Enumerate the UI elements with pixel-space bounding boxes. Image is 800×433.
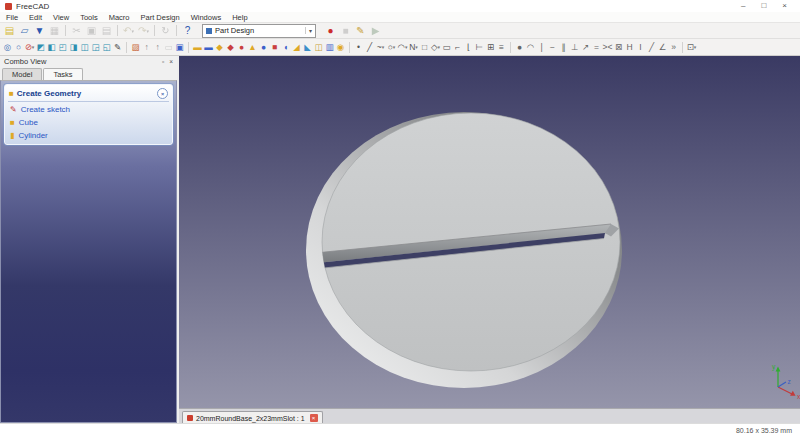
additive-sphere-icon[interactable]: ● bbox=[236, 41, 247, 54]
sketch-rectangle-icon[interactable]: □ bbox=[419, 41, 430, 54]
create-sketch-pen-icon[interactable]: ✎ bbox=[112, 41, 123, 54]
slotted-disc-model[interactable] bbox=[306, 112, 622, 388]
view-bottom-icon[interactable]: ◲ bbox=[90, 41, 101, 54]
constraint-horizontal-distance-icon[interactable]: H bbox=[624, 41, 635, 54]
dropdown-arrow-icon[interactable]: ▾ bbox=[438, 44, 441, 50]
menu-file[interactable]: File bbox=[6, 13, 18, 22]
dropdown-arrow-icon[interactable]: ▾ bbox=[146, 28, 149, 34]
appearance-icon[interactable]: ▨ bbox=[130, 41, 141, 54]
fit-selection-icon[interactable]: ○ bbox=[13, 41, 24, 54]
menu-help[interactable]: Help bbox=[232, 13, 247, 22]
constraint-vertical-distance-icon[interactable]: I bbox=[635, 41, 646, 54]
dropdown-arrow-icon[interactable]: ▾ bbox=[393, 44, 396, 50]
pocket-icon[interactable]: ▬ bbox=[203, 41, 214, 54]
constraint-symmetric-icon[interactable]: >< bbox=[602, 41, 613, 54]
revolution-icon[interactable]: ◆ bbox=[214, 41, 225, 54]
sketch-external-geometry-icon[interactable]: ⊞ bbox=[485, 41, 496, 54]
dropdown-arrow-icon[interactable]: ▾ bbox=[694, 44, 697, 50]
dropdown-arrow-icon[interactable]: ▾ bbox=[415, 44, 418, 50]
fit-all-icon[interactable]: ◎ bbox=[2, 41, 13, 54]
view-left-icon[interactable]: ◱ bbox=[101, 41, 112, 54]
sketch-arc-icon[interactable]: ◠▾ bbox=[397, 41, 408, 54]
workbench-selector[interactable]: Part Design ▾ bbox=[202, 24, 316, 38]
3d-canvas[interactable]: y x z bbox=[179, 56, 800, 408]
sketch-trim-icon[interactable]: ⌊ bbox=[463, 41, 474, 54]
3d-viewport[interactable]: y x z bbox=[179, 56, 800, 408]
constraint-horizontal-icon[interactable]: − bbox=[547, 41, 558, 54]
tab-tasks[interactable]: Tasks bbox=[43, 68, 82, 80]
menu-windows[interactable]: Windows bbox=[191, 13, 221, 22]
view-rear-icon[interactable]: ◫ bbox=[79, 41, 90, 54]
dropdown-arrow-icon[interactable]: ▾ bbox=[382, 44, 385, 50]
task-group-toggle-button[interactable]: × bbox=[157, 88, 168, 99]
open-document-icon[interactable]: ▱ bbox=[17, 24, 32, 37]
draft-icon[interactable]: ◣ bbox=[302, 41, 313, 54]
constraint-parallel-icon[interactable]: ∥ bbox=[558, 41, 569, 54]
freecad-logo-icon bbox=[5, 3, 12, 10]
export-step-icon[interactable]: ↑ bbox=[141, 41, 152, 54]
close-button[interactable]: × bbox=[782, 0, 787, 12]
sketch-carbon-copy-icon[interactable]: ≡ bbox=[496, 41, 507, 54]
menu-tools[interactable]: Tools bbox=[80, 13, 98, 22]
pad-icon[interactable]: ▬ bbox=[192, 41, 203, 54]
sketch-polygon-icon[interactable]: ◇▾ bbox=[430, 41, 441, 54]
mirrored-icon[interactable]: ◫ bbox=[313, 41, 324, 54]
constraint-perpendicular-icon[interactable]: ⊥ bbox=[569, 41, 580, 54]
task-item-cube[interactable]: ■ Cube bbox=[8, 115, 169, 128]
chamfer-icon[interactable]: ◢ bbox=[291, 41, 302, 54]
constraint-coincident-icon[interactable]: ● bbox=[514, 41, 525, 54]
view-right-icon[interactable]: ◨ bbox=[68, 41, 79, 54]
groove-icon[interactable]: ◆ bbox=[225, 41, 236, 54]
sketch-bspline-icon[interactable]: N▾ bbox=[408, 41, 419, 54]
save-icon[interactable]: ▼ bbox=[32, 24, 47, 37]
task-item-cylinder[interactable]: ▮ Cylinder bbox=[8, 128, 169, 141]
sketch-fillet-icon[interactable]: ⌐ bbox=[452, 41, 463, 54]
macro-edit-icon[interactable]: ✎ bbox=[353, 24, 368, 37]
maximize-button[interactable]: □ bbox=[761, 0, 766, 12]
close-panel-icon[interactable]: × bbox=[169, 58, 173, 65]
sketch-extend-icon[interactable]: ⊢ bbox=[474, 41, 485, 54]
menu-edit[interactable]: Edit bbox=[29, 13, 42, 22]
linear-pattern-icon[interactable]: ▥ bbox=[324, 41, 335, 54]
sketch-circle-icon[interactable]: ○▾ bbox=[386, 41, 397, 54]
draw-style-icon[interactable]: ⊘▾ bbox=[24, 41, 35, 54]
macro-record-icon[interactable]: ● bbox=[323, 24, 338, 37]
sketch-polyline-icon[interactable]: ~▾ bbox=[375, 41, 386, 54]
sketch-point-icon[interactable]: • bbox=[353, 41, 364, 54]
menu-macro[interactable]: Macro bbox=[109, 13, 130, 22]
additive-cone-icon[interactable]: ▲ bbox=[247, 41, 258, 54]
export-iges-icon[interactable]: ↑ bbox=[152, 41, 163, 54]
constraint-point-on-object-icon[interactable]: ◠ bbox=[525, 41, 536, 54]
float-panel-icon[interactable]: ▫ bbox=[162, 58, 164, 65]
dropdown-arrow-icon[interactable]: ▾ bbox=[131, 28, 134, 34]
view-top-icon[interactable]: ◰ bbox=[57, 41, 68, 54]
toolbar-overflow-icon[interactable]: » bbox=[668, 41, 679, 54]
file-toolbar-icons: ▤▱▼▦✂▣▤↶▾↷▾↻? bbox=[2, 24, 195, 37]
menu-part-design[interactable]: Part Design bbox=[141, 13, 180, 22]
new-document-icon[interactable]: ▤ bbox=[2, 24, 17, 37]
constraint-lock-icon[interactable]: ⊠ bbox=[613, 41, 624, 54]
constraint-vertical-icon[interactable]: | bbox=[536, 41, 547, 54]
constraint-distance-icon[interactable]: ╱ bbox=[646, 41, 657, 54]
task-item-create-sketch[interactable]: ✎ Create sketch bbox=[8, 102, 169, 115]
texture-box-icon[interactable]: ▣ bbox=[174, 41, 185, 54]
menu-view[interactable]: View bbox=[53, 13, 69, 22]
constraint-tangent-icon[interactable]: ↗ bbox=[580, 41, 591, 54]
tab-model[interactable]: Model bbox=[2, 68, 42, 80]
chevron-down-icon[interactable]: ▾ bbox=[305, 27, 312, 34]
subtractive-sphere-icon[interactable]: ● bbox=[258, 41, 269, 54]
constraint-angle-icon[interactable]: ∠ bbox=[657, 41, 668, 54]
polar-pattern-icon[interactable]: ◉ bbox=[335, 41, 346, 54]
sketch-line-icon[interactable]: ╱ bbox=[364, 41, 375, 54]
subtractive-box-icon[interactable]: ■ bbox=[269, 41, 280, 54]
constraint-equal-icon[interactable]: = bbox=[591, 41, 602, 54]
dropdown-arrow-icon[interactable]: ▾ bbox=[32, 44, 35, 50]
minimize-button[interactable]: – bbox=[741, 0, 745, 12]
sketcher-snap-icon[interactable]: ⊡▾ bbox=[686, 41, 697, 54]
close-tab-icon[interactable]: × bbox=[310, 414, 318, 422]
view-axonometric-icon[interactable]: ◩ bbox=[35, 41, 46, 54]
view-front-icon[interactable]: ◧ bbox=[46, 41, 57, 54]
fillet-icon[interactable]: ◖ bbox=[280, 41, 291, 54]
whats-this-icon[interactable]: ? bbox=[180, 24, 195, 37]
sketch-slot-icon[interactable]: ▭ bbox=[441, 41, 452, 54]
